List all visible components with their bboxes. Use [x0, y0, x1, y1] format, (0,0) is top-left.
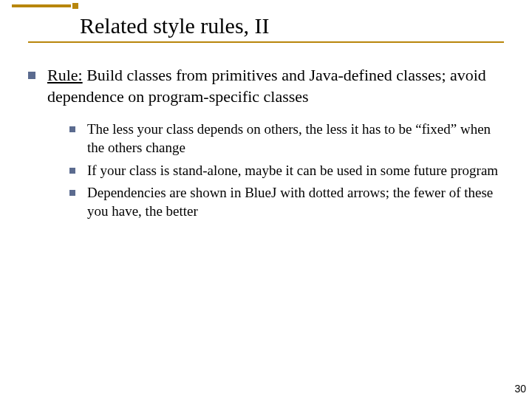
square-bullet-icon — [28, 72, 35, 79]
main-bullet-row: Rule: Build classes from primitives and … — [28, 65, 510, 107]
sub-bullet-list: The less your class depends on others, t… — [69, 120, 510, 220]
slide-title: Related style rules, II — [80, 13, 270, 38]
sub-bullet-row: The less your class depends on others, t… — [69, 120, 510, 157]
header-accent-square — [72, 3, 78, 9]
page-number: 30 — [514, 383, 526, 395]
rule-body: Build classes from primitives and Java-d… — [47, 66, 486, 106]
main-bullet-text: Rule: Build classes from primitives and … — [47, 65, 510, 107]
content-area: Rule: Build classes from primitives and … — [28, 65, 510, 225]
square-bullet-icon — [69, 168, 75, 174]
header-accent-bar — [12, 4, 71, 7]
sub-bullet-row: Dependencies are shown in BlueJ with dot… — [69, 184, 510, 220]
sub-bullet-text: The less your class depends on others, t… — [87, 120, 510, 157]
rule-label: Rule: — [47, 66, 83, 84]
square-bullet-icon — [69, 190, 75, 196]
sub-bullet-row: If your class is stand-alone, maybe it c… — [69, 162, 510, 180]
title-underline — [28, 41, 504, 43]
square-bullet-icon — [69, 126, 75, 132]
sub-bullet-text: Dependencies are shown in BlueJ with dot… — [87, 184, 510, 220]
sub-bullet-text: If your class is stand-alone, maybe it c… — [87, 162, 498, 180]
